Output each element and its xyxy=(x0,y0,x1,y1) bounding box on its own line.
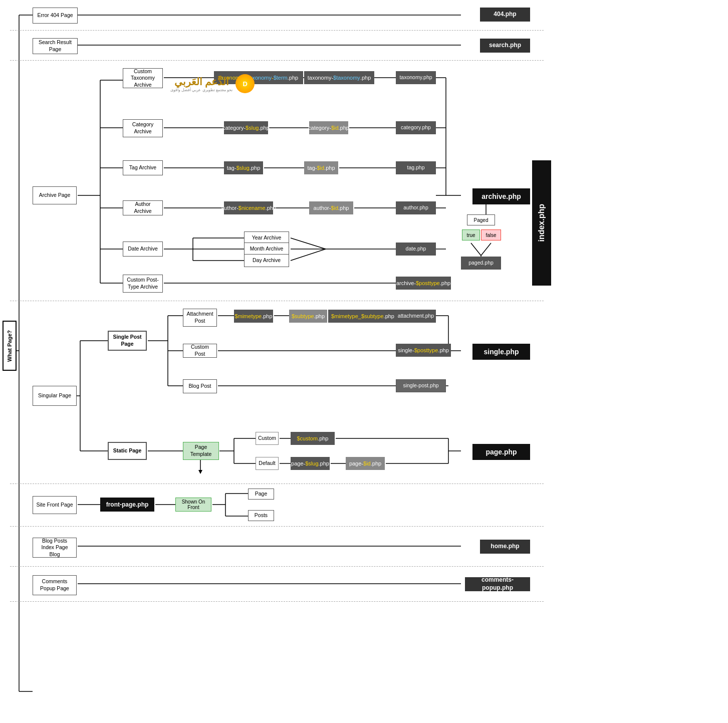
svg-line-50 xyxy=(481,243,491,256)
svg-marker-85 xyxy=(198,470,202,474)
mimetype-subtype-file: $mimetype_$subtype.php xyxy=(328,310,397,323)
search-file: search.php xyxy=(480,39,530,53)
watermark-content: D الدَّعم العَربي نحو مجتمع تطويري عربي … xyxy=(170,74,255,93)
custom-post-type-archive-node: Custom Post- Type Archive xyxy=(123,275,163,293)
divider-6 xyxy=(10,566,544,567)
attachment-file: attachment.php xyxy=(396,310,436,323)
archive-posttype-file: archive-$posttype.php xyxy=(396,277,451,290)
tag-slug-file: tag-$slug.php xyxy=(224,161,263,174)
subtype-file: $subtype.php xyxy=(289,310,327,323)
divider-7 xyxy=(10,601,544,602)
custom-post-node: Custom Post xyxy=(183,344,217,358)
paged-php-file: paged.php xyxy=(461,257,501,270)
site-front-page-node: Site Front Page xyxy=(33,496,77,514)
author-archive-node: Author Archive xyxy=(123,200,163,215)
date-file: date.php xyxy=(396,243,436,256)
day-archive-node: Day Archive xyxy=(244,254,289,267)
tag-id-file: tag-$id.php xyxy=(304,161,338,174)
category-archive-node: Category Archive xyxy=(123,119,163,137)
shown-on-front-node: Shown On Front xyxy=(175,498,211,512)
divider-3 xyxy=(10,301,544,301)
watermark-text: الدَّعم العَربي نحو مجتمع تطويري عربي أف… xyxy=(170,76,232,92)
comments-popup-file: comments-popup.php xyxy=(465,577,530,591)
taxonomy-file: taxonomy.php xyxy=(396,71,436,84)
taxonomy-tax-file: taxonomy-$taxonomy.php xyxy=(304,71,374,84)
home-php-file: home.php xyxy=(480,540,530,554)
svg-line-49 xyxy=(471,243,481,256)
index-php-label: index.php xyxy=(532,160,551,286)
watermark-logo: D xyxy=(235,74,255,93)
connector-lines xyxy=(0,0,551,711)
custom-template-option: Custom xyxy=(256,432,279,445)
archive-php-file: archive.php xyxy=(472,188,530,204)
divider-5 xyxy=(10,526,544,527)
attachment-post-node: Attachment Post xyxy=(183,309,217,327)
watermark-subtext: نحو مجتمع تطويري عربي أفضل وأقوى xyxy=(170,88,232,92)
divider-2 xyxy=(10,60,544,61)
page-id-file: page-$id.php xyxy=(346,457,385,470)
tag-archive-node: Tag Archive xyxy=(123,160,163,175)
category-file: category.php xyxy=(396,121,436,134)
blog-posts-index-node: Blog Posts Index Page Blog xyxy=(33,538,77,558)
paged-true-box: true xyxy=(462,229,480,240)
watermark-arabic-text: الدَّعم العَربي xyxy=(170,76,232,88)
date-archive-node: Date Archive xyxy=(123,242,163,257)
front-page-php-file: front-page.php xyxy=(100,498,154,512)
comments-popup-node: Comments Popup Page xyxy=(33,575,77,595)
page-slug-file: page-$slug.php xyxy=(291,457,330,470)
posts-option: Posts xyxy=(248,510,274,521)
what-page-label: What Page? xyxy=(3,321,17,371)
single-post-file: single-post.php xyxy=(396,379,446,392)
search-node: Search Result Page xyxy=(33,38,78,54)
singular-page-node: Singular Page xyxy=(33,386,77,406)
diagram-container: What Page? index.php Error 404 Page 404.… xyxy=(0,0,551,711)
category-id-file: category-$id.php xyxy=(309,121,348,134)
tag-file: tag.php xyxy=(396,161,436,174)
paged-false-box: false xyxy=(481,229,501,240)
archive-page-node: Archive Page xyxy=(33,186,77,204)
error-404-file: 404.php xyxy=(480,8,530,22)
static-page-node: Static Page xyxy=(108,442,147,460)
svg-line-31 xyxy=(291,238,326,249)
svg-line-33 xyxy=(291,249,326,261)
paged-box: Paged xyxy=(467,214,495,225)
error-404-node: Error 404 Page xyxy=(33,8,78,24)
page-option: Page xyxy=(248,489,274,500)
watermark-area: D الدَّعم العَربي نحو مجتمع تطويري عربي … xyxy=(170,74,255,93)
mimetype-file: $mimetype.php xyxy=(234,310,273,323)
default-template-option: Default xyxy=(256,457,279,470)
category-slug-file: category-$slug.php xyxy=(224,121,268,134)
custom-taxonomy-node: Custom Taxonomy Archive xyxy=(123,68,163,88)
single-post-page-node: Single Post Page xyxy=(108,331,147,351)
author-file: author.php xyxy=(396,201,436,214)
single-posttype-file: single-$posttype.php xyxy=(396,344,451,357)
divider-1 xyxy=(10,30,544,31)
page-php-file: page.php xyxy=(472,444,530,460)
blog-post-node: Blog Post xyxy=(183,379,217,393)
author-nicename-file: author-$nicename.php xyxy=(224,201,273,214)
page-template-node: Page Template xyxy=(183,442,219,460)
custom-php-file: $custom.php xyxy=(291,432,335,445)
divider-4 xyxy=(10,484,544,484)
single-php-file: single.php xyxy=(472,344,530,360)
author-id-file: author-$id.php xyxy=(309,201,353,214)
